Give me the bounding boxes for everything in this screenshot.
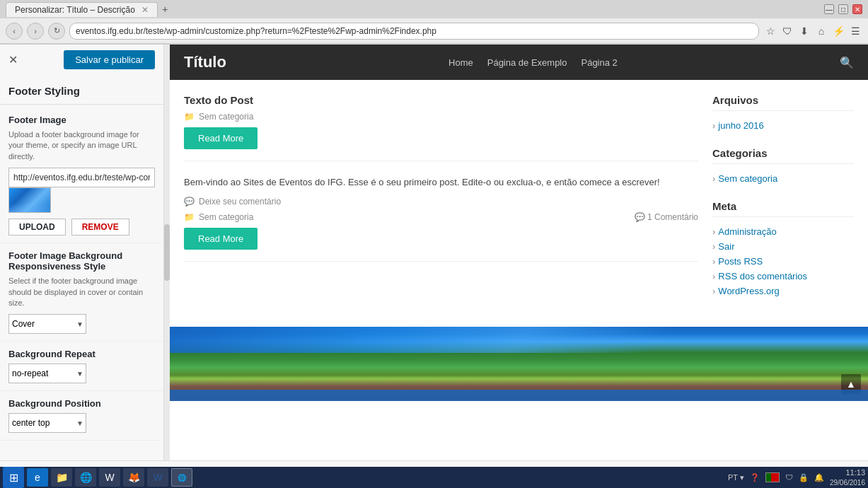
new-tab-icon[interactable]: + [162, 4, 168, 15]
lang-indicator: PT ▾ [728, 473, 744, 482]
main-layout: ✕ Salvar e publicar Footer Styling Foote… [0, 45, 868, 460]
cover-select[interactable]: Cover Contain [8, 314, 86, 334]
cover-select-wrapper: Cover Contain ▼ [8, 314, 86, 334]
wp-meta-wordpress-org[interactable]: WordPress.org [712, 284, 854, 298]
wp-site-header: Título Home Página de Exemplo Página 2 🔍 [170, 45, 868, 80]
wp-post2-read-more[interactable]: Read More [184, 228, 257, 250]
bg-position-select[interactable]: center top center center center bottom l… [8, 413, 86, 433]
taskbar-ie-icon[interactable]: e [27, 468, 48, 487]
window-controls: — □ ✕ [824, 4, 862, 14]
close-button[interactable]: ✕ [852, 4, 862, 14]
wp-meta-sair[interactable]: Sair [712, 239, 854, 254]
start-button[interactable]: ⊞ [3, 467, 24, 488]
wp-archive-item-jun2016[interactable]: junho 2016 [712, 118, 854, 133]
taskbar: ⊞ e 📁 🌐 W 🦊 W 🌐 PT ▾ ❓ 🛡 🔒 🔔 11:13 29/06… [0, 467, 868, 488]
antivirus-icon: 🛡 [785, 473, 793, 482]
panel-close-button[interactable]: ✕ [8, 53, 18, 66]
footer-image-description: Upload a footer background image for you… [8, 129, 155, 162]
scroll-thumb [164, 224, 170, 281]
notification-icon: 🔔 [814, 473, 824, 482]
maximize-button[interactable]: □ [838, 4, 848, 14]
active-browser-tab[interactable]: Personalizar: Título – Descrição ✕ [6, 2, 158, 17]
wp-meta-comments-rss[interactable]: RSS dos comentários [712, 269, 854, 284]
address-bar[interactable]: eventos.ifg.edu.br/teste/wp-admin/custom… [69, 23, 759, 40]
footer-image-group: Footer Image Upload a footer background … [0, 108, 163, 243]
shield-icon[interactable]: 🛡 [780, 24, 794, 38]
footer-image-url-input[interactable] [8, 168, 155, 187]
bookmark-icon[interactable]: ☆ [763, 24, 777, 38]
wp-post1-read-more[interactable]: Read More [184, 127, 257, 149]
upload-button[interactable]: UPLOAD [8, 219, 66, 236]
wp-meta-widget: Meta Administração Sair Posts RSS RSS do… [712, 200, 854, 298]
wp-meta-title: Meta [712, 200, 854, 217]
network-icon: 🔒 [799, 473, 809, 482]
image-action-buttons: UPLOAD REMOVE [8, 219, 155, 236]
wp-post2-meta-comments: 💬 Deixe seu comentário [184, 197, 698, 207]
panel-header: ✕ Salvar e publicar [0, 45, 163, 75]
bg-position-label: Background Position [8, 398, 155, 409]
panel-scrollbar[interactable] [164, 45, 170, 460]
wp-post2-comment-placeholder: Deixe seu comentário [199, 197, 281, 207]
comment-bubble-icon: 💬 [184, 197, 195, 207]
back-button[interactable]: ‹ [6, 23, 23, 40]
taskbar-wordpress-icon[interactable]: W [99, 468, 120, 487]
wp-post1-title: Texto do Post [184, 94, 698, 106]
wp-archives-title: Arquivos [712, 94, 854, 111]
wp-nav-page2[interactable]: Página 2 [581, 57, 617, 68]
footer-image-preview [8, 187, 51, 213]
footer-image-label: Footer Image [8, 115, 155, 125]
category-icon: 📁 [184, 112, 195, 122]
tab-title: Personalizar: Título – Descrição [15, 5, 135, 15]
scroll-to-top-button[interactable]: ▲ [841, 374, 861, 394]
wp-meta-posts-rss[interactable]: Posts RSS [712, 254, 854, 269]
refresh-button[interactable]: ↻ [48, 23, 65, 40]
wp-sidebar: Arquivos junho 2016 Categorias Sem categ… [712, 94, 854, 313]
bg-repeat-label: Background Repeat [8, 349, 155, 359]
taskbar-folder-icon[interactable]: 📁 [51, 468, 72, 487]
wp-content: Texto do Post 📁 Sem categoria Read More … [170, 80, 868, 327]
language-flag [765, 472, 780, 482]
extensions-icon[interactable]: ⚡ [831, 24, 845, 38]
category-icon-2: 📁 [184, 212, 195, 222]
taskbar-tray: PT ▾ ❓ 🛡 🔒 🔔 11:13 29/06/2016 [728, 467, 865, 488]
taskbar-time: 11:13 29/06/2016 [830, 467, 865, 488]
help-icon[interactable]: ❓ [750, 473, 760, 482]
browser-toolbar: ‹ › ↻ eventos.ifg.edu.br/teste/wp-admin/… [0, 18, 868, 44]
wp-navigation: Home Página de Exemplo Página 2 [449, 57, 618, 68]
browser-toolbar-icons: ☆ 🛡 ⬇ ⌂ ⚡ ☰ [763, 24, 862, 38]
bg-responsiveness-group: Footer Image Background Responsiveness S… [0, 243, 163, 342]
address-text: eventos.ifg.edu.br/teste/wp-admin/custom… [76, 26, 436, 36]
taskbar-firefox-icon[interactable]: 🦊 [123, 468, 144, 487]
taskbar-word-icon[interactable]: W [147, 468, 168, 487]
bg-repeat-group: Background Repeat no-repeat repeat repea… [0, 342, 163, 391]
wp-post1-category: Sem categoria [199, 112, 253, 122]
wp-category-item-uncategorized[interactable]: Sem categoria [712, 171, 854, 186]
taskbar-active-tab[interactable]: 🌐 [171, 468, 192, 487]
preview-area: Título Home Página de Exemplo Página 2 🔍… [170, 45, 868, 460]
wp-site-title: Título [184, 53, 226, 71]
wp-post-2: Bem-vindo ao Sites de Eventos do IFG. Es… [184, 175, 698, 262]
wp-post2-comments: 💬 1 Comentário [635, 212, 698, 222]
comment-icon-2: 💬 [635, 212, 645, 222]
wp-post2-text: Bem-vindo ao Sites de Eventos do IFG. Es… [184, 175, 698, 190]
forward-button[interactable]: › [27, 23, 44, 40]
bg-repeat-select-wrapper: no-repeat repeat repeat-x repeat-y ▼ [8, 364, 86, 383]
wp-nav-home[interactable]: Home [449, 57, 473, 68]
bg-responsiveness-description: Select if the footer background image sh… [8, 276, 155, 308]
bg-repeat-select[interactable]: no-repeat repeat repeat-x repeat-y [8, 364, 86, 383]
wp-post2-category: Sem categoria [199, 212, 253, 222]
minimize-button[interactable]: — [824, 4, 834, 14]
tab-close-icon[interactable]: ✕ [141, 5, 149, 15]
taskbar-chrome-icon[interactable]: 🌐 [75, 468, 96, 487]
wp-search-icon[interactable]: 🔍 [840, 56, 854, 69]
menu-icon[interactable]: ☰ [848, 24, 862, 38]
bg-responsiveness-label: Footer Image Background Responsiveness S… [8, 250, 155, 272]
bg-position-select-wrapper: center top center center center bottom l… [8, 413, 86, 433]
home-icon[interactable]: ⌂ [814, 24, 828, 38]
wp-post-1: Texto do Post 📁 Sem categoria Read More [184, 94, 698, 161]
save-publish-button[interactable]: Salvar e publicar [64, 50, 155, 69]
download-icon[interactable]: ⬇ [797, 24, 811, 38]
wp-nav-example[interactable]: Página de Exemplo [487, 57, 567, 68]
remove-button[interactable]: REMOVE [71, 219, 129, 236]
wp-meta-admin[interactable]: Administração [712, 224, 854, 239]
